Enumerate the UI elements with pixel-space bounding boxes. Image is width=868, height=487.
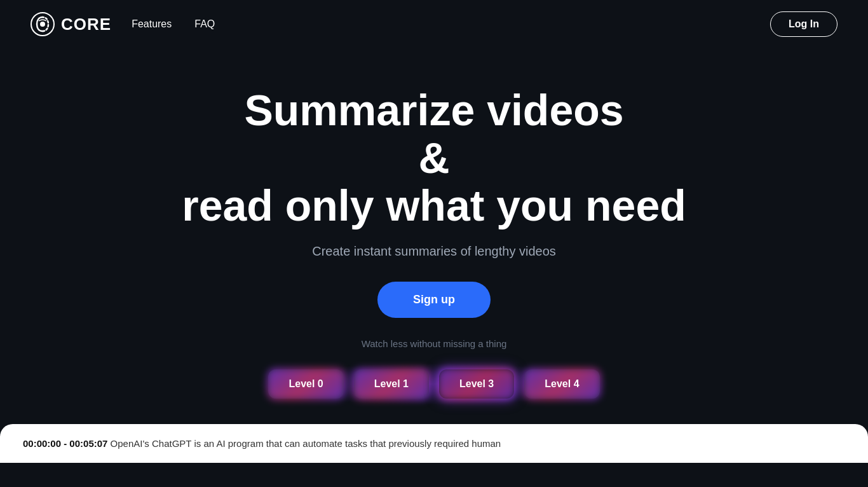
hero-title-line2: &: [418, 134, 449, 182]
bottom-card-description: OpenAI's ChatGPT is an AI program that c…: [111, 438, 501, 449]
logo-icon: [31, 12, 55, 36]
hero-section: Summarize videos & read only what you ne…: [0, 48, 868, 424]
logo-area[interactable]: CORE: [31, 12, 111, 36]
watch-less-text: Watch less without missing a thing: [362, 338, 507, 349]
svg-point-1: [40, 22, 45, 27]
logo-text: CORE: [61, 15, 111, 34]
level-0-button[interactable]: Level 0: [268, 369, 343, 399]
nav-faq[interactable]: FAQ: [194, 18, 215, 30]
level-1-button[interactable]: Level 1: [354, 369, 429, 399]
timestamp: 00:00:00 - 00:05:07: [23, 438, 107, 449]
header-left: CORE Features FAQ: [31, 12, 215, 36]
hero-title-line3: read only what you need: [182, 181, 686, 230]
hero-title: Summarize videos & read only what you ne…: [182, 86, 686, 229]
level-3-button[interactable]: Level 3: [439, 369, 514, 399]
signup-button[interactable]: Sign up: [377, 282, 491, 318]
level-4-button[interactable]: Level 4: [524, 369, 599, 399]
bottom-card: 00:00:00 - 00:05:07 OpenAI's ChatGPT is …: [0, 424, 868, 463]
login-button[interactable]: Log In: [770, 11, 837, 37]
nav-features[interactable]: Features: [132, 18, 172, 30]
main-nav: Features FAQ: [132, 18, 215, 30]
hero-title-line1: Summarize videos: [244, 86, 623, 134]
level-buttons-group: Level 0 Level 1 Level 3 Level 4: [268, 369, 599, 399]
hero-subtitle: Create instant summaries of lengthy vide…: [312, 244, 556, 259]
header: CORE Features FAQ Log In: [0, 0, 868, 48]
bottom-card-text: 00:00:00 - 00:05:07 OpenAI's ChatGPT is …: [23, 438, 845, 449]
